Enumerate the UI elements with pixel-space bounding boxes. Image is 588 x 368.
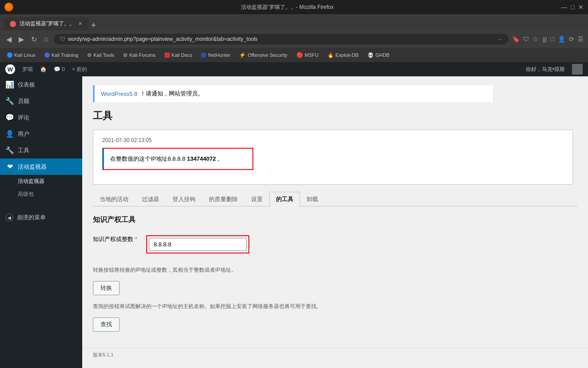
tab-the-tools[interactable]: 的工具 — [269, 192, 300, 206]
bookmark-kali-docs[interactable]: Kali Docs — [161, 51, 196, 59]
result-text-after: 。 — [217, 155, 223, 162]
tab-close-btn[interactable]: ✕ — [78, 21, 82, 27]
sync-icon[interactable]: ⟳ — [569, 36, 574, 43]
sidebar-sub-activity-monitor[interactable]: 活动监视器 — [0, 175, 82, 188]
bookmark-offensive-security[interactable]: ⚡ Offensive Security — [236, 51, 291, 59]
url-lock-icon: ··· — [498, 36, 502, 42]
minimize-btn[interactable]: — — [561, 4, 568, 11]
tab-bar: 活动监视器"罗嗦了。。 ✕ + — [0, 14, 588, 30]
activity-monitor-icon: ❤ — [5, 162, 14, 171]
wp-wrap: WordPress5.8 ！请通知，网站管理员。 工具 2021-07-30 0… — [82, 76, 588, 348]
lookup-section: 查找 — [93, 317, 577, 332]
admin-bar-avatar — [572, 64, 583, 75]
menu-btn[interactable]: ☰ — [578, 36, 584, 43]
convert-btn[interactable]: 转换 — [93, 281, 120, 295]
close-btn[interactable]: ✕ — [578, 4, 584, 11]
forward-btn[interactable]: ▶ — [17, 33, 26, 45]
tab-label: 活动监视器"罗嗦了。。 — [20, 20, 75, 28]
offensive-security-icon: ⚡ — [239, 52, 246, 58]
sidebar-label-collapse: 崩溃的菜单 — [17, 214, 46, 222]
reload-btn[interactable]: ↻ — [29, 33, 39, 45]
star-icon[interactable]: ☆ — [533, 36, 539, 43]
admin-bar-site[interactable]: 罗嗦 — [22, 66, 33, 73]
form-section: 知识产权或整数 * — [93, 232, 577, 257]
wp-logo[interactable]: W — [5, 64, 15, 74]
wp-admin-bar: W 罗嗦 🏠 💬 0 + 新的 你好，马克•琼斯 — [0, 62, 588, 76]
tab-settings[interactable]: 设置 — [244, 192, 269, 206]
sidebar-item-collapse[interactable]: ◀ 崩溃的菜单 — [0, 210, 82, 226]
form-label: 知识产权或整数 * — [93, 236, 137, 242]
tab-mass-delete[interactable]: 的质量删除 — [202, 192, 244, 206]
bookmark-kali-linux[interactable]: Kali Linux — [4, 51, 39, 59]
bookmark-nethunter[interactable]: NetHunter — [197, 51, 234, 59]
url-bar: 🛡 ··· — [54, 34, 509, 44]
bookmark-kali-training[interactable]: Kali Training — [41, 51, 82, 59]
result-box: 在整数值的这个IP地址8.8.8.8 134744072 。 — [102, 148, 253, 170]
new-tab-btn[interactable]: + — [91, 21, 96, 30]
section-title: 知识产权工具 — [93, 215, 577, 225]
ip-input[interactable] — [149, 238, 247, 251]
sidebar-sub-advanced-pack[interactable]: 高级包 — [0, 188, 82, 201]
sidebar-label-revenue: 员额 — [18, 97, 29, 105]
bookmark-msfu[interactable]: 🔴 MSFU — [293, 51, 322, 59]
wp-body: W 罗嗦 🏠 💬 0 + 新的 你好，马克•琼斯 📊 仪表板 🔧 — [0, 62, 588, 368]
revenue-icon: 🔧 — [5, 97, 14, 105]
users-icon: 👤 — [5, 130, 14, 138]
bookmark-icon[interactable]: 🔖 — [512, 36, 520, 43]
hint-convert: 转换按钮将转换的IP地址或整数，其相当于整数或者IP地址。 — [93, 266, 360, 274]
sidebar-label-users: 用户 — [18, 130, 29, 138]
home-btn[interactable]: ⌂ — [42, 33, 50, 45]
admin-bar-home[interactable]: 🏠 — [40, 66, 47, 72]
wp-tabs: 当地的活动 过滤器 登入挂钩 的质量删除 设置 的工具 卸载 — [93, 192, 577, 206]
hint-lookup: 查阅的按钮将试图解决的一个IP地址的主机名称。如果挖掘上安装了网络服务器也将可用… — [93, 302, 360, 310]
shield-icon: 🛡 — [60, 36, 65, 42]
reader-icon[interactable]: ||| — [542, 36, 547, 43]
pip-icon[interactable]: □ — [551, 36, 554, 43]
tab-uninstall[interactable]: 卸载 — [300, 192, 325, 206]
active-tab[interactable]: 活动监视器"罗嗦了。。 ✕ — [4, 17, 88, 30]
tab-local-activity[interactable]: 当地的活动 — [93, 192, 135, 206]
bookmark-ghdb[interactable]: 💀 GHDB — [364, 51, 393, 59]
sidebar-label-activity-monitor: 活动监视器 — [18, 163, 47, 171]
timestamp: 2021-07-30 02:13:05 — [102, 137, 564, 143]
sidebar-item-activity-monitor[interactable]: ❤ 活动监视器 — [0, 158, 82, 175]
nav-right-icons: 🔖 🛡 ☆ ||| □ 👤 ⟳ ☰ — [512, 36, 584, 43]
result-value: 134744072 — [187, 155, 216, 162]
url-input[interactable] — [68, 36, 496, 42]
sidebar-item-revenue[interactable]: 🔧 员额 — [0, 93, 82, 109]
collapse-icon: ◀ — [5, 214, 13, 222]
kali-forums-icon: ⚙ — [123, 52, 128, 58]
dashboard-icon: 📊 — [5, 80, 14, 89]
window-controls: — □ ✕ — [561, 4, 584, 11]
browser-window: 活动监视器"罗嗦了。。- Mozilla Firefox — □ ✕ 活动监视器… — [0, 0, 588, 368]
wp-sidebar: 📊 仪表板 🔧 员额 💬 评论 👤 用户 — [0, 76, 82, 368]
kali-docs-icon — [164, 52, 170, 58]
tab-filters[interactable]: 过滤器 — [135, 192, 166, 206]
nethunter-icon — [201, 52, 206, 58]
sidebar-item-comments[interactable]: 💬 评论 — [0, 109, 82, 126]
wp-main: WordPress5.8 ！请通知，网站管理员。 工具 2021-07-30 0… — [82, 76, 588, 368]
admin-bar-greeting: 你好，马克•琼斯 — [526, 66, 565, 73]
notice-link[interactable]: WordPress5.8 — [101, 91, 137, 97]
page-title: 工具 — [93, 109, 577, 123]
result-text-before: 在整数值的这个IP地址8.8.8.8 — [110, 155, 185, 162]
sidebar-item-tools[interactable]: 🔧 工具 — [0, 142, 82, 158]
lookup-btn[interactable]: 查找 — [93, 317, 120, 332]
bookmark-exploit-db[interactable]: 🔥 Exploit-DB — [324, 51, 362, 59]
maximize-btn[interactable]: □ — [571, 4, 575, 11]
ghdb-icon: 💀 — [368, 52, 374, 58]
shield-check-icon[interactable]: 🛡 — [523, 36, 529, 43]
bookmark-kali-tools[interactable]: ⚙ Kali Tools — [84, 51, 118, 59]
bookmarks-bar: Kali Linux Kali Training ⚙ Kali Tools ⚙ … — [0, 48, 588, 62]
bookmark-kali-forums[interactable]: ⚙ Kali Forums — [120, 51, 159, 59]
sidebar-item-dashboard[interactable]: 📊 仪表板 — [0, 76, 82, 93]
admin-bar-comments[interactable]: 💬 0 — [54, 66, 65, 72]
account-icon[interactable]: 👤 — [558, 36, 565, 43]
tab-hook[interactable]: 登入挂钩 — [166, 192, 202, 206]
back-btn[interactable]: ◀ — [4, 33, 13, 45]
sidebar-label-tools: 工具 — [18, 146, 29, 154]
admin-bar-new[interactable]: + 新的 — [72, 66, 87, 73]
notice-bar: WordPress5.8 ！请通知，网站管理员。 — [93, 85, 493, 102]
content-card: 2021-07-30 02:13:05 在整数值的这个IP地址8.8.8.8 1… — [93, 130, 573, 185]
sidebar-item-users[interactable]: 👤 用户 — [0, 126, 82, 142]
